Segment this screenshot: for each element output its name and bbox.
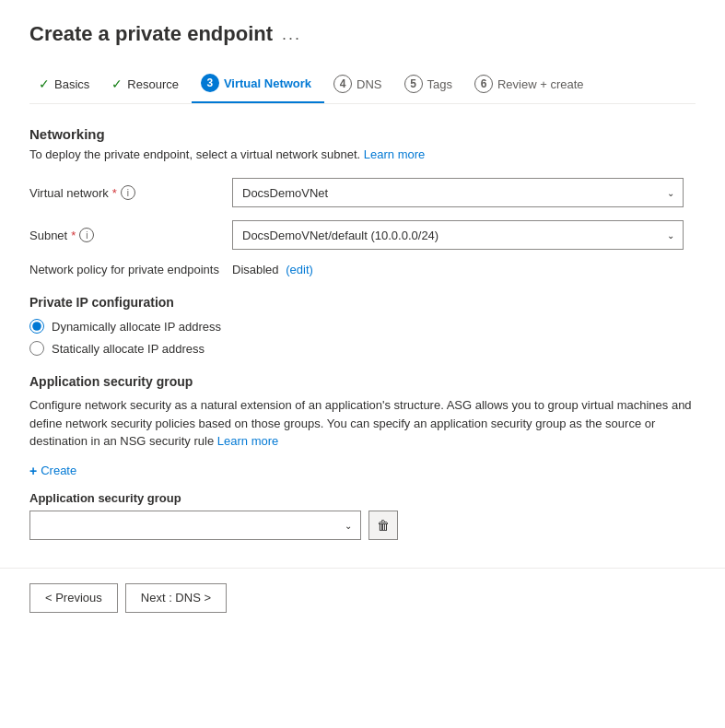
step-basics-label: Basics <box>54 77 89 91</box>
asg-select[interactable] <box>29 511 361 540</box>
subnet-label: Subnet * i <box>29 228 232 242</box>
subnet-dropdown-wrapper: DocsDemoVNet/default (10.0.0.0/24) ⌄ <box>232 220 684 250</box>
virtual-network-row: Virtual network * i DocsDemoVNet ⌄ <box>29 178 696 207</box>
subnet-select[interactable]: DocsDemoVNet/default (10.0.0.0/24) <box>232 220 684 250</box>
step-number: 4 <box>333 75 352 93</box>
network-policy-value: Disabled (edit) <box>232 263 313 276</box>
step-number: 5 <box>404 75 423 93</box>
asg-dropdown-section: Application security group ⌄ 🗑 <box>29 491 696 540</box>
step-virtual-network-label: Virtual Network <box>224 76 311 90</box>
private-ip-section: Private IP configuration Dynamically all… <box>29 295 696 356</box>
next-button[interactable]: Next : DNS > <box>125 583 227 613</box>
learn-more-link-asg[interactable]: Learn more <box>217 434 278 448</box>
radio-dynamic-label: Dynamically allocate IP address <box>52 320 221 334</box>
asg-description: Configure network security as a natural … <box>29 396 696 451</box>
virtual-network-label: Virtual network * i <box>29 185 232 200</box>
info-icon-virtual-network[interactable]: i <box>121 185 135 200</box>
networking-description: To deploy the private endpoint, select a… <box>29 147 696 161</box>
step-review-create-label: Review + create <box>497 77 584 91</box>
asg-title: Application security group <box>29 374 696 389</box>
radio-static-label: Statically allocate IP address <box>52 342 205 356</box>
required-star: * <box>112 186 117 200</box>
radio-static-input[interactable] <box>29 341 44 356</box>
step-number: 6 <box>474 75 493 93</box>
learn-more-link-networking[interactable]: Learn more <box>364 147 425 161</box>
step-resource[interactable]: ✓ Resource <box>102 67 192 100</box>
virtual-network-dropdown-wrapper: DocsDemoVNet ⌄ <box>232 178 684 207</box>
virtual-network-control: DocsDemoVNet ⌄ <box>232 178 696 207</box>
virtual-network-select[interactable]: DocsDemoVNet <box>232 178 684 207</box>
step-review-create[interactable]: 6 Review + create <box>465 65 597 102</box>
step-virtual-network[interactable]: 3 Virtual Network <box>192 65 324 103</box>
subnet-control: DocsDemoVNet/default (10.0.0.0/24) ⌄ <box>232 220 696 250</box>
private-ip-title: Private IP configuration <box>29 295 696 310</box>
asg-dropdown-row: ⌄ 🗑 <box>29 511 696 540</box>
page-title-ellipsis: ... <box>282 25 301 44</box>
page-title: Create a private endpoint <box>29 22 273 46</box>
previous-button[interactable]: < Previous <box>29 583 118 613</box>
check-icon: ✓ <box>39 76 50 91</box>
plus-icon: + <box>29 464 37 478</box>
step-dns[interactable]: 4 DNS <box>324 65 394 102</box>
step-basics[interactable]: ✓ Basics <box>29 67 102 100</box>
main-content: Networking To deploy the private endpoin… <box>29 104 696 540</box>
radio-dynamic[interactable]: Dynamically allocate IP address <box>29 319 696 334</box>
step-dns-label: DNS <box>357 77 381 91</box>
edit-network-policy-link[interactable]: (edit) <box>286 263 313 276</box>
step-number: 3 <box>201 74 219 92</box>
footer-buttons: < Previous Next : DNS > <box>0 569 725 628</box>
step-tags[interactable]: 5 Tags <box>395 65 465 102</box>
trash-icon: 🗑 <box>377 518 390 533</box>
network-policy-row: Network policy for private endpoints Dis… <box>29 263 696 276</box>
asg-dropdown-label: Application security group <box>29 491 696 505</box>
asg-delete-button[interactable]: 🗑 <box>368 511 398 540</box>
step-resource-label: Resource <box>127 77 179 91</box>
step-tags-label: Tags <box>427 77 452 91</box>
check-icon: ✓ <box>111 76 123 91</box>
required-star: * <box>71 229 76 242</box>
network-policy-label: Network policy for private endpoints <box>29 263 232 276</box>
steps-nav: ✓ Basics ✓ Resource 3 Virtual Network 4 … <box>29 65 696 104</box>
create-asg-button[interactable]: + Create <box>29 464 76 478</box>
asg-section: Application security group Configure net… <box>29 374 696 540</box>
radio-dynamic-input[interactable] <box>29 319 44 334</box>
info-icon-subnet[interactable]: i <box>79 228 94 242</box>
networking-section-title: Networking <box>29 126 696 142</box>
asg-dropdown-wrapper: ⌄ <box>29 511 361 540</box>
radio-static[interactable]: Statically allocate IP address <box>29 341 696 356</box>
subnet-row: Subnet * i DocsDemoVNet/default (10.0.0.… <box>29 220 696 250</box>
